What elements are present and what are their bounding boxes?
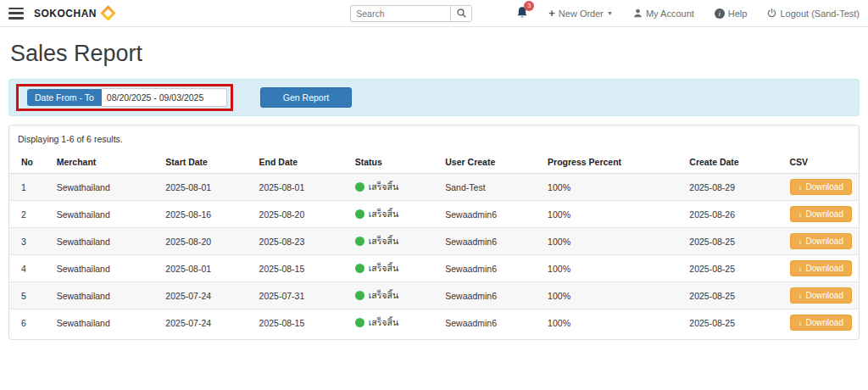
download-label: Download xyxy=(806,237,843,246)
annotation-highlight: Date From - To xyxy=(16,84,233,111)
search-input[interactable] xyxy=(350,5,450,22)
download-arrow-icon: ↓ xyxy=(798,183,803,192)
cell-start-date: 2025-07-24 xyxy=(159,309,252,337)
cell-no: 3 xyxy=(9,228,50,255)
cell-merchant: Sewathailand xyxy=(50,309,159,337)
download-label: Download xyxy=(806,182,843,192)
logout-label: Logout (Sand-Test) xyxy=(780,8,860,19)
download-button[interactable]: ↓ Download xyxy=(790,206,852,222)
status-text: เสร็จสิ้น xyxy=(369,207,398,221)
cell-no: 6 xyxy=(9,309,50,337)
search-button[interactable] xyxy=(450,5,472,22)
cell-progress: 100% xyxy=(541,255,682,282)
hamburger-menu-icon[interactable] xyxy=(8,8,24,20)
cell-user-create: Sewaadmin6 xyxy=(438,201,541,228)
help-link[interactable]: i Help xyxy=(715,8,748,19)
cell-create-date: 2025-08-25 xyxy=(682,255,782,282)
cell-no: 2 xyxy=(9,201,50,228)
cell-create-date: 2025-08-29 xyxy=(682,174,782,201)
col-header-csv: CSV xyxy=(783,151,859,174)
cell-create-date: 2025-08-25 xyxy=(682,282,782,309)
page-title: Sales Report xyxy=(10,41,868,67)
col-header-create-date: Create Date xyxy=(682,151,782,174)
cell-merchant: Sewathailand xyxy=(50,228,159,255)
date-range-label: Date From - To xyxy=(27,89,102,106)
download-label: Download xyxy=(806,264,843,273)
cell-create-date: 2025-08-25 xyxy=(682,228,782,255)
cell-progress: 100% xyxy=(541,309,682,337)
status-text: เสร็จสิ้น xyxy=(369,315,398,330)
download-label: Download xyxy=(806,209,843,219)
col-header-user-create: User Create xyxy=(438,151,541,174)
download-button[interactable]: ↓ Download xyxy=(790,287,852,304)
cell-user-create: Sewaadmin6 xyxy=(438,309,541,337)
table-row: 6 Sewathailand 2025-07-24 2025-08-15 เสร… xyxy=(9,309,859,337)
cell-progress: 100% xyxy=(541,282,682,309)
cell-csv: ↓ Download xyxy=(783,255,859,282)
cell-merchant: Sewathailand xyxy=(50,255,159,282)
cell-start-date: 2025-08-20 xyxy=(159,228,252,255)
logout-link[interactable]: Logout (Sand-Test) xyxy=(767,8,860,19)
cell-csv: ↓ Download xyxy=(783,282,859,309)
cell-start-date: 2025-08-16 xyxy=(159,201,252,228)
power-icon xyxy=(767,8,776,18)
cell-status: เสร็จสิ้น xyxy=(348,309,439,337)
user-icon xyxy=(633,8,643,18)
cell-end-date: 2025-08-15 xyxy=(253,309,348,337)
filter-panel: Date From - To Gen Report xyxy=(8,79,860,116)
status-dot-icon xyxy=(355,237,364,246)
notifications-button[interactable]: 3 xyxy=(516,6,528,20)
cell-no: 4 xyxy=(9,255,50,282)
cell-merchant: Sewathailand xyxy=(50,282,159,309)
brand-logo[interactable]: SOKOCHAN xyxy=(34,8,114,20)
search-group xyxy=(350,5,472,22)
download-button[interactable]: ↓ Download xyxy=(790,179,852,195)
search-icon xyxy=(457,8,466,18)
status-dot-icon xyxy=(355,291,364,300)
cell-progress: 100% xyxy=(541,228,682,255)
cell-user-create: Sewaadmin6 xyxy=(438,282,541,309)
new-order-menu[interactable]: + New Order ▼ xyxy=(548,7,613,20)
date-range-input[interactable] xyxy=(102,88,227,107)
download-arrow-icon: ↓ xyxy=(798,237,803,246)
cell-end-date: 2025-08-20 xyxy=(253,201,348,228)
status-text: เสร็จสิ้น xyxy=(369,180,398,194)
results-summary: Displaying 1-6 of 6 results. xyxy=(9,132,859,151)
cell-status: เสร็จสิ้น xyxy=(348,174,439,201)
gen-report-button[interactable]: Gen Report xyxy=(260,87,352,108)
status-dot-icon xyxy=(355,182,364,192)
my-account-label: My Account xyxy=(646,8,694,19)
table-row: 4 Sewathailand 2025-08-01 2025-08-15 เสร… xyxy=(9,255,859,282)
results-card: Displaying 1-6 of 6 results. No Merchant… xyxy=(8,125,860,340)
status-text: เสร็จสิ้น xyxy=(369,261,398,276)
col-header-no: No xyxy=(9,151,50,174)
download-label: Download xyxy=(806,318,843,327)
cell-user-create: Sewaadmin6 xyxy=(438,228,541,255)
cell-user-create: Sewaadmin6 xyxy=(438,255,541,282)
cell-end-date: 2025-08-01 xyxy=(253,174,348,201)
download-button[interactable]: ↓ Download xyxy=(790,233,852,249)
download-arrow-icon: ↓ xyxy=(798,210,803,219)
table-row: 2 Sewathailand 2025-08-16 2025-08-20 เสร… xyxy=(9,201,859,228)
cell-status: เสร็จสิ้น xyxy=(348,201,439,228)
download-arrow-icon: ↓ xyxy=(798,292,803,300)
cell-start-date: 2025-08-01 xyxy=(159,255,252,282)
brand-name: SOKOCHAN xyxy=(34,8,97,20)
col-header-progress: Progress Percent xyxy=(541,151,682,174)
cell-status: เสร็จสิ้น xyxy=(348,282,439,309)
my-account-link[interactable]: My Account xyxy=(633,8,694,19)
cell-progress: 100% xyxy=(541,201,682,228)
report-table-body: 1 Sewathailand 2025-08-01 2025-08-01 เสร… xyxy=(9,174,859,337)
download-label: Download xyxy=(806,291,843,300)
col-header-status: Status xyxy=(348,151,439,174)
cell-status: เสร็จสิ้น xyxy=(348,228,439,255)
download-arrow-icon: ↓ xyxy=(798,265,803,273)
download-button[interactable]: ↓ Download xyxy=(790,315,852,331)
download-button[interactable]: ↓ Download xyxy=(790,260,852,276)
table-row: 1 Sewathailand 2025-08-01 2025-08-01 เสร… xyxy=(9,174,859,201)
cell-create-date: 2025-08-26 xyxy=(682,201,782,228)
cell-start-date: 2025-07-24 xyxy=(159,282,252,309)
top-navbar: SOKOCHAN 3 + New Order ▼ My Account i xyxy=(0,0,868,27)
brand-diamond-icon xyxy=(100,5,115,20)
cell-end-date: 2025-07-31 xyxy=(253,282,348,309)
